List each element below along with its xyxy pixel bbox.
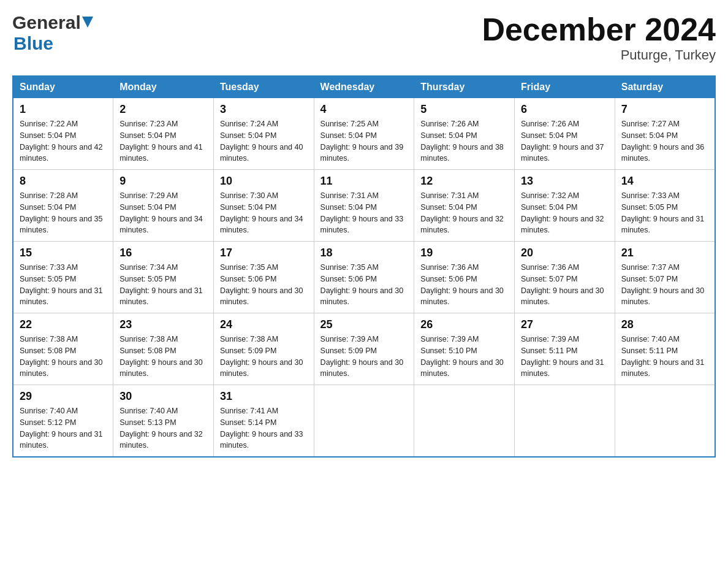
day-info: Sunrise: 7:26 AMSunset: 5:04 PMDaylight:… <box>521 120 604 163</box>
calendar-cell: 19 Sunrise: 7:36 AMSunset: 5:06 PMDaylig… <box>414 242 515 313</box>
day-info: Sunrise: 7:33 AMSunset: 5:05 PMDaylight:… <box>621 191 705 234</box>
day-number: 10 <box>220 175 308 188</box>
day-info: Sunrise: 7:28 AMSunset: 5:04 PMDaylight:… <box>20 191 103 234</box>
day-number: 30 <box>119 390 207 403</box>
day-info: Sunrise: 7:23 AMSunset: 5:04 PMDaylight:… <box>119 120 203 163</box>
calendar-cell <box>515 385 615 458</box>
calendar-cell: 11 Sunrise: 7:31 AMSunset: 5:04 PMDaylig… <box>314 170 414 242</box>
day-number: 28 <box>621 318 708 331</box>
day-number: 6 <box>521 103 609 116</box>
calendar-cell: 6 Sunrise: 7:26 AMSunset: 5:04 PMDayligh… <box>515 98 615 170</box>
day-info: Sunrise: 7:40 AMSunset: 5:12 PMDaylight:… <box>20 407 103 450</box>
day-info: Sunrise: 7:39 AMSunset: 5:09 PMDaylight:… <box>320 335 404 378</box>
col-header-monday: Monday <box>113 76 214 98</box>
day-info: Sunrise: 7:27 AMSunset: 5:04 PMDaylight:… <box>621 120 705 163</box>
day-number: 2 <box>119 103 207 116</box>
day-info: Sunrise: 7:25 AMSunset: 5:04 PMDaylight:… <box>320 120 404 163</box>
calendar-cell: 23 Sunrise: 7:38 AMSunset: 5:08 PMDaylig… <box>113 313 214 385</box>
day-info: Sunrise: 7:36 AMSunset: 5:07 PMDaylight:… <box>521 263 604 306</box>
col-header-tuesday: Tuesday <box>213 76 314 98</box>
col-header-wednesday: Wednesday <box>314 76 414 98</box>
day-info: Sunrise: 7:31 AMSunset: 5:04 PMDaylight:… <box>420 191 504 234</box>
calendar-cell: 25 Sunrise: 7:39 AMSunset: 5:09 PMDaylig… <box>314 313 414 385</box>
calendar-cell: 15 Sunrise: 7:33 AMSunset: 5:05 PMDaylig… <box>13 242 113 313</box>
title-area: December 2024 Puturge, Turkey <box>482 12 716 63</box>
col-header-saturday: Saturday <box>615 76 715 98</box>
calendar-cell <box>615 385 715 458</box>
day-info: Sunrise: 7:37 AMSunset: 5:07 PMDaylight:… <box>621 263 705 306</box>
day-info: Sunrise: 7:31 AMSunset: 5:04 PMDaylight:… <box>320 191 404 234</box>
calendar-cell: 14 Sunrise: 7:33 AMSunset: 5:05 PMDaylig… <box>615 170 715 242</box>
day-number: 4 <box>320 103 408 116</box>
calendar-week-row: 8 Sunrise: 7:28 AMSunset: 5:04 PMDayligh… <box>13 170 715 242</box>
day-info: Sunrise: 7:39 AMSunset: 5:10 PMDaylight:… <box>420 335 504 378</box>
day-info: Sunrise: 7:41 AMSunset: 5:14 PMDaylight:… <box>220 407 303 450</box>
logo-general-text: General <box>12 12 81 33</box>
calendar-cell: 9 Sunrise: 7:29 AMSunset: 5:04 PMDayligh… <box>113 170 214 242</box>
day-number: 27 <box>521 318 609 331</box>
calendar-cell: 28 Sunrise: 7:40 AMSunset: 5:11 PMDaylig… <box>615 313 715 385</box>
calendar-cell: 12 Sunrise: 7:31 AMSunset: 5:04 PMDaylig… <box>414 170 515 242</box>
day-number: 25 <box>320 318 408 331</box>
day-info: Sunrise: 7:35 AMSunset: 5:06 PMDaylight:… <box>320 263 404 306</box>
day-info: Sunrise: 7:29 AMSunset: 5:04 PMDaylight:… <box>119 191 203 234</box>
day-number: 31 <box>220 390 308 403</box>
calendar-cell: 16 Sunrise: 7:34 AMSunset: 5:05 PMDaylig… <box>113 242 214 313</box>
day-number: 5 <box>420 103 508 116</box>
calendar-cell: 2 Sunrise: 7:23 AMSunset: 5:04 PMDayligh… <box>113 98 214 170</box>
day-info: Sunrise: 7:40 AMSunset: 5:11 PMDaylight:… <box>621 335 705 378</box>
calendar-cell: 24 Sunrise: 7:38 AMSunset: 5:09 PMDaylig… <box>213 313 314 385</box>
day-number: 12 <box>420 175 508 188</box>
col-header-friday: Friday <box>515 76 615 98</box>
day-number: 17 <box>220 247 308 259</box>
calendar-cell: 7 Sunrise: 7:27 AMSunset: 5:04 PMDayligh… <box>615 98 715 170</box>
logo-blue-text: Blue <box>13 33 53 53</box>
day-info: Sunrise: 7:30 AMSunset: 5:04 PMDaylight:… <box>220 191 303 234</box>
day-number: 7 <box>621 103 708 116</box>
day-info: Sunrise: 7:38 AMSunset: 5:08 PMDaylight:… <box>20 335 103 378</box>
page-header: General Blue December 2024 Puturge, Turk… <box>12 12 716 63</box>
calendar-cell: 27 Sunrise: 7:39 AMSunset: 5:11 PMDaylig… <box>515 313 615 385</box>
calendar-cell: 20 Sunrise: 7:36 AMSunset: 5:07 PMDaylig… <box>515 242 615 313</box>
calendar-cell: 3 Sunrise: 7:24 AMSunset: 5:04 PMDayligh… <box>213 98 314 170</box>
svg-marker-0 <box>82 17 93 28</box>
calendar-week-row: 29 Sunrise: 7:40 AMSunset: 5:12 PMDaylig… <box>13 385 715 458</box>
calendar-cell <box>414 385 515 458</box>
day-info: Sunrise: 7:33 AMSunset: 5:05 PMDaylight:… <box>20 263 103 306</box>
calendar-week-row: 22 Sunrise: 7:38 AMSunset: 5:08 PMDaylig… <box>13 313 715 385</box>
day-number: 22 <box>20 318 107 331</box>
day-number: 14 <box>621 175 708 188</box>
calendar-cell: 18 Sunrise: 7:35 AMSunset: 5:06 PMDaylig… <box>314 242 414 313</box>
day-info: Sunrise: 7:34 AMSunset: 5:05 PMDaylight:… <box>119 263 203 306</box>
month-title: December 2024 <box>482 12 716 47</box>
calendar-cell: 29 Sunrise: 7:40 AMSunset: 5:12 PMDaylig… <box>13 385 113 458</box>
calendar-cell: 17 Sunrise: 7:35 AMSunset: 5:06 PMDaylig… <box>213 242 314 313</box>
day-info: Sunrise: 7:22 AMSunset: 5:04 PMDaylight:… <box>20 120 103 163</box>
logo-arrow-icon <box>82 17 93 30</box>
day-number: 18 <box>320 247 408 259</box>
calendar-cell: 30 Sunrise: 7:40 AMSunset: 5:13 PMDaylig… <box>113 385 214 458</box>
day-number: 23 <box>119 318 207 331</box>
day-number: 8 <box>20 175 107 188</box>
calendar-cell: 5 Sunrise: 7:26 AMSunset: 5:04 PMDayligh… <box>414 98 515 170</box>
day-number: 21 <box>621 247 708 259</box>
calendar-cell <box>314 385 414 458</box>
day-number: 15 <box>20 247 107 259</box>
day-number: 19 <box>420 247 508 259</box>
day-number: 29 <box>20 390 107 403</box>
calendar-cell: 10 Sunrise: 7:30 AMSunset: 5:04 PMDaylig… <box>213 170 314 242</box>
day-info: Sunrise: 7:24 AMSunset: 5:04 PMDaylight:… <box>220 120 303 163</box>
calendar-week-row: 15 Sunrise: 7:33 AMSunset: 5:05 PMDaylig… <box>13 242 715 313</box>
calendar-cell: 1 Sunrise: 7:22 AMSunset: 5:04 PMDayligh… <box>13 98 113 170</box>
day-info: Sunrise: 7:26 AMSunset: 5:04 PMDaylight:… <box>420 120 504 163</box>
day-info: Sunrise: 7:38 AMSunset: 5:09 PMDaylight:… <box>220 335 303 378</box>
calendar-cell: 31 Sunrise: 7:41 AMSunset: 5:14 PMDaylig… <box>213 385 314 458</box>
day-info: Sunrise: 7:39 AMSunset: 5:11 PMDaylight:… <box>521 335 604 378</box>
calendar-header-row: SundayMondayTuesdayWednesdayThursdayFrid… <box>13 76 715 98</box>
calendar-cell: 26 Sunrise: 7:39 AMSunset: 5:10 PMDaylig… <box>414 313 515 385</box>
day-number: 11 <box>320 175 408 188</box>
day-info: Sunrise: 7:38 AMSunset: 5:08 PMDaylight:… <box>119 335 203 378</box>
calendar-table: SundayMondayTuesdayWednesdayThursdayFrid… <box>12 75 716 458</box>
day-number: 20 <box>521 247 609 259</box>
col-header-thursday: Thursday <box>414 76 515 98</box>
